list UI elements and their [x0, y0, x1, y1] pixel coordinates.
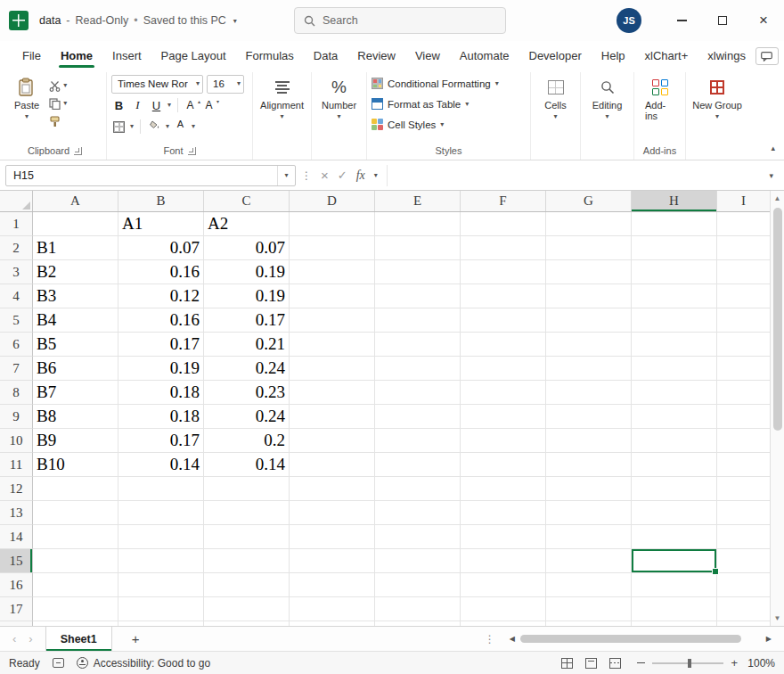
cell-E4[interactable]	[375, 284, 461, 308]
column-header-B[interactable]: B	[118, 191, 204, 211]
zoom-slider-thumb[interactable]	[688, 659, 691, 668]
page-break-view-button[interactable]	[609, 658, 621, 669]
cell-I2[interactable]	[717, 236, 770, 260]
cell-G2[interactable]	[546, 236, 632, 260]
horizontal-scroll-thumb[interactable]	[520, 635, 741, 643]
cell-A5[interactable]: B4	[33, 308, 118, 333]
paste-button[interactable]: Paste ▾	[8, 73, 45, 128]
cell-D16[interactable]	[290, 573, 375, 597]
copy-button[interactable]: ▾	[49, 96, 67, 111]
minimize-button[interactable]	[661, 0, 702, 41]
cell-D6[interactable]	[290, 333, 375, 357]
tab-home[interactable]: Home	[51, 44, 102, 70]
cell-F5[interactable]	[461, 308, 546, 333]
column-header-G[interactable]: G	[546, 191, 632, 211]
cell-D3[interactable]	[290, 260, 375, 284]
addins-button[interactable]: Add-ins	[639, 73, 681, 123]
cell-E15[interactable]	[375, 549, 461, 573]
row-header-7[interactable]: 7	[0, 357, 33, 381]
cell-A11[interactable]: B10	[33, 453, 118, 477]
cell-C2[interactable]: 0.07	[204, 236, 290, 260]
zoom-slider[interactable]	[652, 662, 723, 664]
cell-G10[interactable]	[546, 429, 632, 453]
cell-B9[interactable]: 0.18	[118, 405, 204, 429]
tab-automate[interactable]: Automate	[450, 44, 519, 70]
cell-I3[interactable]	[717, 260, 770, 284]
cell-D7[interactable]	[290, 357, 375, 381]
cell-F7[interactable]	[461, 357, 546, 381]
font-name-combo[interactable]: Times New Ror ▾	[111, 75, 203, 94]
row-header-6[interactable]: 6	[0, 333, 33, 357]
enter-button[interactable]: ✓	[338, 168, 347, 182]
tab-xlchart-[interactable]: xlChart+	[635, 44, 698, 70]
prev-sheet-button[interactable]: ‹	[12, 632, 16, 645]
cell-E3[interactable]	[375, 260, 461, 284]
cell-D11[interactable]	[290, 453, 375, 477]
cell-E1[interactable]	[375, 212, 461, 236]
cell-C4[interactable]: 0.19	[204, 284, 290, 308]
number-button[interactable]: % Number ▾	[316, 73, 362, 122]
cell-I9[interactable]	[717, 405, 770, 429]
cell-G13[interactable]	[546, 501, 632, 525]
cell-C12[interactable]	[204, 477, 290, 501]
cell-D1[interactable]	[290, 212, 375, 236]
cell-G15[interactable]	[546, 549, 632, 573]
cell-F14[interactable]	[461, 525, 546, 549]
new-group-button[interactable]: New Group ▾	[690, 73, 744, 122]
cell-B13[interactable]	[118, 501, 204, 525]
cell-I6[interactable]	[717, 333, 770, 357]
comments-button[interactable]	[755, 47, 779, 65]
cell-G8[interactable]	[546, 381, 632, 405]
cell-A13[interactable]	[33, 501, 118, 525]
cell-H17[interactable]	[632, 597, 717, 621]
cell-I15[interactable]	[717, 549, 770, 573]
select-all-button[interactable]	[0, 191, 33, 211]
cell-E14[interactable]	[375, 525, 461, 549]
cell-I1[interactable]	[717, 212, 770, 236]
close-button[interactable]: ×	[743, 0, 784, 41]
cell-F13[interactable]	[461, 501, 546, 525]
cell-D8[interactable]	[290, 381, 375, 405]
cell-B14[interactable]	[118, 525, 204, 549]
cell-G5[interactable]	[546, 308, 632, 333]
sheet-tab-sheet1[interactable]: Sheet1	[45, 627, 112, 651]
cell-A14[interactable]	[33, 525, 118, 549]
cell-A16[interactable]	[33, 573, 118, 597]
cell-A15[interactable]	[33, 549, 118, 573]
cell-B7[interactable]: 0.19	[118, 357, 204, 381]
scroll-up-arrow[interactable]: ▲	[774, 191, 781, 206]
cell-D4[interactable]	[290, 284, 375, 308]
cell-F10[interactable]	[461, 429, 546, 453]
cell-B17[interactable]	[118, 597, 204, 621]
row-header-3[interactable]: 3	[0, 260, 33, 284]
insert-function-button[interactable]: fx	[356, 168, 365, 183]
tab-developer[interactable]: Developer	[519, 44, 592, 70]
cell-B6[interactable]: 0.17	[118, 333, 204, 357]
column-header-I[interactable]: I	[717, 191, 770, 211]
row-header-12[interactable]: 12	[0, 477, 33, 501]
cell-I16[interactable]	[717, 573, 770, 597]
column-header-F[interactable]: F	[461, 191, 546, 211]
cell-A2[interactable]: B1	[33, 236, 118, 260]
cell-A1[interactable]	[33, 212, 118, 236]
font-color-button[interactable]: A	[173, 119, 188, 136]
fill-color-button[interactable]	[147, 119, 162, 136]
cell-I8[interactable]	[717, 381, 770, 405]
next-sheet-button[interactable]: ›	[29, 632, 32, 645]
page-layout-view-button[interactable]	[585, 658, 597, 669]
cell-G14[interactable]	[546, 525, 632, 549]
cut-button[interactable]: ▾	[49, 78, 67, 93]
search-input[interactable]: Search	[294, 7, 506, 34]
cell-B4[interactable]: 0.12	[118, 284, 204, 308]
format-as-table-button[interactable]: Format as Table ▾	[372, 94, 526, 114]
cell-H3[interactable]	[632, 260, 717, 284]
cell-I14[interactable]	[717, 525, 770, 549]
cell-A3[interactable]: B2	[33, 260, 118, 284]
cell-G11[interactable]	[546, 453, 632, 477]
cell-D10[interactable]	[290, 429, 375, 453]
cell-H12[interactable]	[632, 477, 717, 501]
cell-D13[interactable]	[290, 501, 375, 525]
cell-D5[interactable]	[290, 308, 375, 333]
cell-styles-button[interactable]: Cell Styles ▾	[372, 114, 526, 135]
format-painter-button[interactable]	[49, 114, 67, 128]
